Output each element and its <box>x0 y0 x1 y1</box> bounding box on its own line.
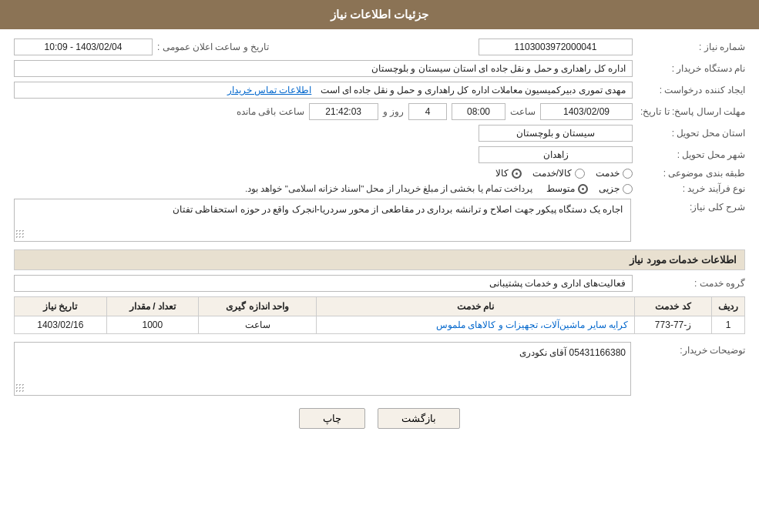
page-wrapper: جزئیات اطلاعات نیاز شماره نیاز : 1103003… <box>0 0 759 532</box>
radio-kala-khadamat[interactable]: کالا/خدمت <box>532 168 585 179</box>
cell-tarikh: 1403/02/16 <box>15 316 107 334</box>
khadamat-table: ردیف کد خدمت نام خدمت واحد اندازه گیری ت… <box>14 296 745 334</box>
radio-kala[interactable]: کالا <box>495 168 522 179</box>
tabaghe-bandi-row: طبقه بندی موضوعی : خدمت کالا/خدمت کالا <box>14 168 745 179</box>
cell-kod: ز-77-773 <box>635 316 712 334</box>
radio-kala-label: کالا <box>495 168 509 179</box>
col-nam: نام خدمت <box>317 297 635 316</box>
radio-khadamat-dot <box>623 169 633 179</box>
ostan-row: استان محل تحویل : سیستان و بلوچستان <box>14 125 745 142</box>
ijad-konande-link[interactable]: اطلاعات تماس خریدار <box>227 85 312 95</box>
button-row: بازگشت چاپ <box>14 408 745 429</box>
tarikh-ersal-row: مهلت ارسال پاسخ: تا تاریخ: 1403/02/09 سا… <box>14 103 745 120</box>
tozihat-row: توضیحات خریدار: 05431166380 آقای نکودری <box>14 342 745 396</box>
page-title: جزئیات اطلاعات نیاز <box>331 8 428 21</box>
radio-kala-khadamat-dot <box>575 169 585 179</box>
baqi-label: ساعت باقی مانده <box>237 106 304 117</box>
tarikh-aelan-value: 1403/02/04 - 10:09 <box>14 38 153 55</box>
tozihat-label: توضیحات خریدار: <box>637 342 745 356</box>
content-area: شماره نیاز : 1103003972000041 تاریخ و سا… <box>0 29 759 447</box>
radio-jozii-dot <box>623 184 633 194</box>
tarikh-aelan-label: تاریخ و ساعت اعلان عمومی : <box>157 42 269 52</box>
shomare-niaz-label: شماره نیاز : <box>637 42 745 52</box>
radio-jozii-label: جزیی <box>599 183 620 194</box>
tarikh-ersal-roz: 4 <box>408 103 447 120</box>
radio-motevaset-label: متوسط <box>546 183 575 194</box>
tarikh-ersal-date: 1403/02/09 <box>540 103 633 120</box>
groh-khadamat-value: فعالیت‌های اداری و خدمات پشتیبانی <box>14 275 633 292</box>
noe-farayand-note: پرداخت تمام یا بخشی از مبلغ خریدار از مح… <box>245 183 532 194</box>
col-tarikh: تاریخ نیاز <box>15 297 107 316</box>
noe-farayand-row: نوع فرآیند خرید : جزیی متوسط پرداخت تمام… <box>14 183 745 194</box>
radio-khadamat-label: خدمت <box>596 168 620 179</box>
tozihat-value: 05431166380 آقای نکودری <box>519 347 626 358</box>
nam-dastgah-row: نام دستگاه خریدار : اداره کل راهداری و ح… <box>14 60 745 77</box>
sharh-koli-label: شرح کلی نیاز: <box>637 199 745 212</box>
radio-jozii[interactable]: جزیی <box>599 183 633 194</box>
tarikh-ersal-baqi: 21:42:03 <box>309 103 378 120</box>
shahr-label: شهر محل تحویل : <box>637 149 745 160</box>
groh-khadamat-row: گروه خدمت : فعالیت‌های اداری و خدمات پشت… <box>14 275 745 292</box>
radio-motevaset-dot <box>578 184 588 194</box>
resize-handle <box>16 230 25 239</box>
resize-handle2 <box>16 384 25 393</box>
shomare-niaz-value: 1103003972000041 <box>479 38 633 55</box>
ostan-value: سیستان و بلوچستان <box>479 125 633 142</box>
cell-radif: 1 <box>712 316 745 334</box>
tabaghe-bandi-options: خدمت کالا/خدمت کالا <box>495 168 633 179</box>
noe-farayand-label: نوع فرآیند خرید : <box>637 183 745 194</box>
shahr-value: زاهدان <box>479 146 633 163</box>
saat-label: ساعت <box>510 106 536 117</box>
nam-dastgah-label: نام دستگاه خریدار : <box>637 63 745 74</box>
sharh-koli-text: اجاره یک دستگاه پیکور جهت اصلاح و ترانشه… <box>173 204 623 215</box>
col-tedad: تعداد / مقدار <box>106 297 199 316</box>
ijad-konande-text: مهدی تموری دبیرکمیسیون معاملات اداره کل … <box>321 85 626 95</box>
roz-label: روز و <box>383 106 404 117</box>
ijad-konande-label: ایجاد کننده درخواست : <box>637 85 745 95</box>
col-radif: ردیف <box>712 297 745 316</box>
tarikh-ersal-label: مهلت ارسال پاسخ: تا تاریخ: <box>637 106 745 117</box>
col-vahed: واحد اندازه گیری <box>199 297 317 316</box>
table-row: 1 ز-77-773 کرایه سایر ماشین‌آلات، تجهیزا… <box>15 316 745 334</box>
radio-motevaset[interactable]: متوسط <box>546 183 588 194</box>
cell-vahed: ساعت <box>199 316 317 334</box>
radio-khadamat[interactable]: خدمت <box>596 168 633 179</box>
ostan-label: استان محل تحویل : <box>637 128 745 139</box>
shahr-row: شهر محل تحویل : زاهدان <box>14 146 745 163</box>
shomare-niaz-row: شماره نیاز : 1103003972000041 تاریخ و سا… <box>14 38 745 55</box>
radio-kala-dot <box>512 169 522 179</box>
col-kod: کد خدمت <box>635 297 712 316</box>
sharh-koli-row: شرح کلی نیاز: اجاره یک دستگاه پیکور جهت … <box>14 199 745 242</box>
radio-kala-khadamat-label: کالا/خدمت <box>532 168 572 179</box>
tozihat-box: 05431166380 آقای نکودری <box>14 342 631 396</box>
ijad-konande-value: مهدی تموری دبیرکمیسیون معاملات اداره کل … <box>14 82 633 99</box>
khadamat-section-header: اطلاعات خدمات مورد نیاز <box>14 249 745 270</box>
cell-nam: کرایه سایر ماشین‌آلات، تجهیزات و کالاهای… <box>317 316 635 334</box>
noe-farayand-options: جزیی متوسط <box>546 183 633 194</box>
nam-dastgah-value: اداره کل راهداری و حمل و نقل جاده ای است… <box>14 60 633 77</box>
print-button[interactable]: چاپ <box>299 408 365 429</box>
cell-tedad: 1000 <box>106 316 199 334</box>
tabaghe-bandi-label: طبقه بندی موضوعی : <box>637 168 745 179</box>
sharh-koli-value: اجاره یک دستگاه پیکور جهت اصلاح و ترانشه… <box>14 199 631 242</box>
back-button[interactable]: بازگشت <box>378 408 460 429</box>
ijad-konande-row: ایجاد کننده درخواست : مهدی تموری دبیرکمی… <box>14 82 745 99</box>
page-header: جزئیات اطلاعات نیاز <box>0 0 759 29</box>
groh-khadamat-label: گروه خدمت : <box>637 278 745 289</box>
tarikh-ersal-saat: 08:00 <box>452 103 505 120</box>
